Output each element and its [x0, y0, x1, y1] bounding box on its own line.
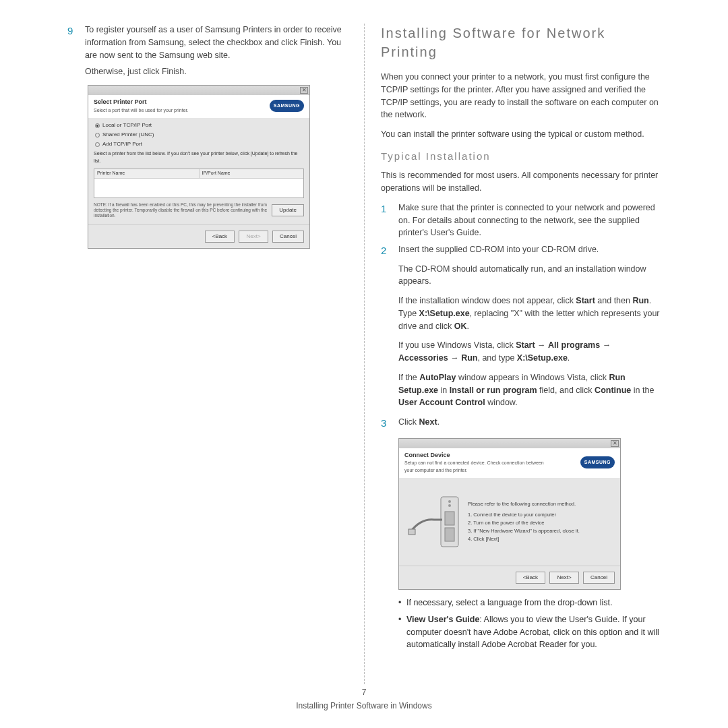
step-9: 9 To register yourself as a user of Sams…	[67, 24, 347, 61]
printer-listbox[interactable]: Printer Name IP/Port Name	[94, 169, 304, 198]
typical-intro: This is recommended for most users. All …	[381, 169, 661, 195]
connection-instructions: Please refer to the following connection…	[468, 500, 580, 543]
back-button[interactable]: <Back	[205, 231, 235, 243]
step-2b: If the installation window does not appe…	[398, 295, 661, 332]
list-note: Select a printer from the list below. If…	[94, 149, 304, 167]
cancel-button[interactable]: Cancel	[272, 231, 304, 243]
step-2d: If the AutoPlay window appears in Window…	[398, 371, 661, 409]
next-button[interactable]: Next>	[549, 572, 579, 584]
step-number-1: 1	[381, 202, 390, 217]
step-3-text: Click Next.	[398, 416, 661, 429]
step-2-text: Insert the supplied CD-ROM into your CD-…	[398, 243, 661, 256]
step-2c: If you use Windows Vista, click Start → …	[398, 339, 661, 365]
dialog-subtitle: Select a port that will be used for your…	[94, 107, 188, 115]
svg-rect-3	[445, 512, 454, 525]
bullet-icon: •	[398, 613, 402, 651]
radio-icon	[95, 133, 100, 138]
step-number-3: 3	[381, 416, 390, 431]
cancel-button[interactable]: Cancel	[583, 572, 615, 584]
radio-local-tcpip[interactable]: Local or TCP/IP Port	[94, 121, 304, 130]
radio-label: Local or TCP/IP Port	[102, 121, 152, 129]
page-number: 7	[0, 686, 728, 698]
dialog-titlebar: ✕	[399, 439, 620, 448]
dialog-title: Select Printer Port	[94, 98, 188, 107]
step-number-9: 9	[67, 24, 77, 39]
radio-shared-unc[interactable]: Shared Printer (UNC)	[94, 130, 304, 140]
col-ip-port: IP/Port Name	[200, 169, 304, 178]
dialog-header: Connect Device Setup can not find a conn…	[399, 448, 620, 479]
select-printer-port-dialog: ✕ Select Printer Port Select a port that…	[88, 85, 310, 249]
section-title: Installing Software for Network Printing	[381, 24, 661, 61]
connection-illustration-icon	[407, 491, 461, 552]
otherwise-text: Otherwise, just click Finish.	[85, 65, 347, 78]
radio-add-tcpip[interactable]: Add TCP/IP Port	[94, 140, 304, 149]
close-icon[interactable]: ✕	[611, 440, 619, 447]
dialog-titlebar: ✕	[88, 86, 309, 95]
dialog-title: Connect Device	[404, 451, 546, 460]
next-button[interactable]: Next>	[239, 231, 268, 243]
close-icon[interactable]: ✕	[300, 87, 308, 94]
back-button[interactable]: <Back	[516, 572, 545, 584]
column-divider	[364, 24, 365, 684]
intro-paragraph-1: When you connect your printer to a netwo…	[381, 71, 661, 121]
left-column: 9 To register yourself as a user of Sams…	[67, 24, 347, 684]
firewall-warning: NOTE: If a firewall has been enabled on …	[94, 202, 268, 218]
step-1-text: Make sure that the printer is connected …	[398, 202, 661, 239]
step-9-text: To register yourself as a user of Samsun…	[85, 24, 347, 61]
dialog-header: Select Printer Port Select a port that w…	[88, 95, 309, 118]
footer-caption: Installing Printer Software in Windows	[0, 700, 728, 712]
svg-point-2	[448, 504, 451, 507]
svg-rect-4	[445, 528, 454, 541]
step-1: 1 Make sure that the printer is connecte…	[381, 202, 661, 239]
intro-paragraph-2: You can install the printer software usi…	[381, 128, 661, 141]
right-column: Installing Software for Network Printing…	[381, 24, 661, 684]
samsung-logo: SAMSUNG	[580, 456, 615, 469]
radio-label: Add TCP/IP Port	[102, 140, 142, 148]
step-2a: The CD-ROM should automatically run, and…	[398, 263, 661, 289]
page-footer: 7 Installing Printer Software in Windows	[0, 686, 728, 712]
step-number-2: 2	[381, 243, 390, 259]
update-button[interactable]: Update	[272, 204, 304, 216]
bullet-view-guide: View User's Guide: Allows you to view th…	[406, 613, 661, 651]
samsung-logo: SAMSUNG	[270, 100, 304, 113]
step-2: 2 Insert the supplied CD-ROM into your C…	[381, 243, 661, 259]
post-dialog-bullets: • If necessary, select a language from t…	[398, 597, 661, 651]
step-3: 3 Click Next.	[381, 416, 661, 431]
bullet-icon: •	[398, 597, 402, 609]
col-printer-name: Printer Name	[94, 169, 200, 178]
sub-title: Typical Installation	[381, 149, 661, 164]
radio-icon	[95, 123, 100, 128]
bullet-language: If necessary, select a language from the…	[406, 597, 612, 609]
connect-device-dialog: ✕ Connect Device Setup can not find a co…	[398, 438, 621, 590]
svg-rect-5	[408, 529, 415, 535]
svg-point-1	[448, 500, 451, 503]
dialog-subtitle: Setup can not find a connected device. C…	[404, 460, 546, 474]
radio-icon	[95, 142, 100, 147]
radio-label: Shared Printer (UNC)	[102, 131, 154, 139]
